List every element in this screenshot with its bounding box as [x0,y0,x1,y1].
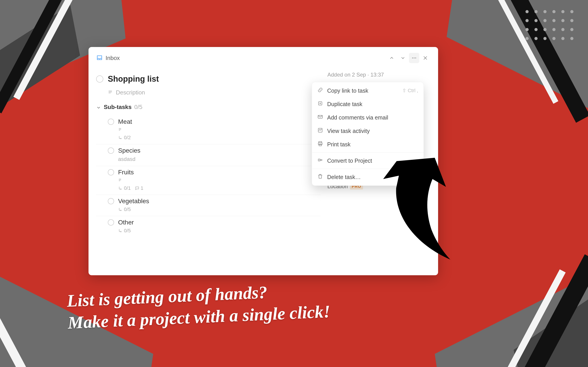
subtask-count-icon: 0/5 [118,228,131,234]
subtask-row[interactable]: Meat 0/2 [96,116,321,144]
svg-point-0 [412,58,413,58]
subtask-checkbox[interactable] [108,219,114,225]
close-button[interactable] [420,53,431,63]
subtask-count-icon: 0/1 [118,185,131,191]
comment-icon: 1 [135,185,143,191]
subtasks-count: 0/5 [134,104,142,110]
menu-activity[interactable]: View task activity [312,124,424,138]
mail-icon [317,114,323,121]
description-field[interactable]: Description [96,89,321,96]
subtask-name: Other [118,219,134,226]
duplicate-icon [317,100,323,108]
subtask-name: Vegetables [118,198,149,205]
description-icon [118,127,122,133]
inbox-icon [96,55,103,61]
breadcrumb[interactable]: Inbox [105,55,120,62]
subtask-checkbox[interactable] [108,119,114,125]
subtask-checkbox[interactable] [108,198,114,204]
trash-icon [317,174,323,181]
subtask-note: asdasd [108,156,321,162]
subtasks-label: Sub-tasks [104,104,131,110]
subtask-name: Species [118,147,140,154]
task-title[interactable]: Shopping list [108,74,159,84]
description-icon [118,178,122,184]
more-options-button[interactable] [409,53,419,63]
menu-label: View task activity [327,128,370,134]
menu-duplicate[interactable]: Duplicate task [312,97,424,111]
svg-point-2 [415,58,416,58]
menu-label: Duplicate task [327,101,362,108]
menu-label: Convert to Project [327,158,372,164]
chevron-down-icon [96,105,101,110]
description-icon [108,89,113,96]
arrow-annotation [379,152,464,268]
menu-comments-email[interactable]: Add comments via email [312,111,424,124]
description-placeholder: Description [116,89,145,96]
subtask-row[interactable]: Species asdasd [96,144,321,166]
menu-label: Add comments via email [327,114,388,121]
subtask-row[interactable]: Fruits 0/1 1 [96,166,321,195]
activity-icon [317,127,323,134]
subtask-checkbox[interactable] [108,148,114,154]
subtasks-header[interactable]: Sub-tasks 0/5 [96,104,321,110]
subtask-checkbox[interactable] [108,169,114,175]
keyboard-shortcut: ⇧ Ctrl , [402,88,418,93]
menu-copy-link[interactable]: Copy link to task ⇧ Ctrl , [312,84,424,97]
link-icon [317,87,323,94]
convert-icon [317,157,323,164]
subtask-name: Meat [118,118,132,125]
next-task-button[interactable] [398,53,408,63]
subtask-name: Fruits [118,169,134,176]
modal-header: Inbox [88,47,438,66]
print-icon [317,141,323,148]
added-date: Added on 2 Sep · 13:37 [327,72,431,78]
prev-task-button[interactable] [387,53,397,63]
svg-rect-23 [319,144,321,146]
menu-label: Delete task… [327,174,361,180]
decorative-dots [526,10,573,40]
menu-label: Copy link to task [327,87,368,94]
subtask-row[interactable]: Other 0/5 [96,216,321,237]
menu-print[interactable]: Print task [312,138,424,151]
svg-point-1 [414,58,415,58]
slide-caption: List is getting out of hands? Make it a … [66,279,331,334]
menu-label: Print task [327,141,350,148]
subtask-count-icon: 0/5 [118,207,131,212]
subtask-row[interactable]: Vegetables 0/5 [96,195,321,216]
complete-task-checkbox[interactable] [96,75,103,83]
subtask-count-icon: 0/2 [118,135,131,141]
